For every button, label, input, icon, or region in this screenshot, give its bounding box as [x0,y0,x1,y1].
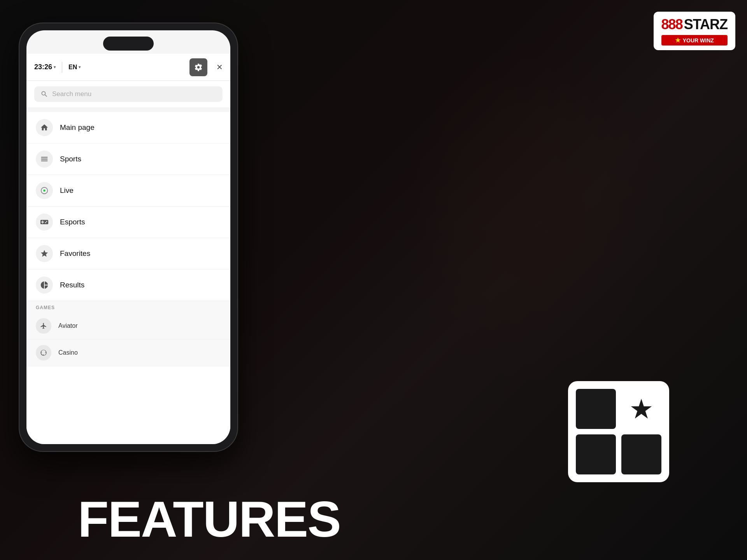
settings-button[interactable] [189,58,207,76]
menu-item-favorites[interactable]: Favorites [26,238,230,270]
menu-label-esports: Esports [60,218,85,226]
logo-brand-name: STARZ [684,16,728,33]
gear-icon [194,63,203,72]
menu-list: Main page Sports [26,112,230,444]
menu-label-live: Live [60,186,74,195]
logo-star-icon: ★ [675,37,680,44]
logo-top-row: 888 STARZ [661,16,728,33]
menu-item-live[interactable]: Live [26,175,230,206]
header-divider [62,62,62,73]
logo-number: 888 [661,16,682,33]
grid-cell-top-left [576,389,616,429]
home-icon [40,123,49,132]
live-icon-circle [36,182,53,199]
lang-chevron-icon: ▾ [79,65,81,69]
casino-ball-icon [40,349,47,356]
menu-item-sports[interactable]: Sports [26,144,230,175]
menu-item-casino[interactable]: Casino [26,340,230,366]
star-icon [40,249,49,258]
menu-label-results: Results [60,281,84,289]
time-chevron-icon[interactable]: ▾ [54,65,56,69]
star-icon-large: ★ [629,396,654,423]
grid-cell-bottom-left [576,434,616,474]
app-header: 23:26 ▾ EN ▾ × [26,54,230,81]
favorites-icon-circle [36,245,53,262]
svg-point-1 [43,189,46,192]
phone-mockup: 23:26 ▾ EN ▾ × [19,23,237,451]
phone-frame: 23:26 ▾ EN ▾ × [19,23,237,451]
header-language[interactable]: EN ▾ [68,64,81,71]
gamepad-icon [40,218,49,226]
menu-label-main-page: Main page [60,123,95,132]
games-section-label: GAMES [26,301,230,313]
home-icon-circle [36,119,53,136]
aviator-icon-circle [36,318,51,334]
sports-icon-circle [36,150,53,168]
menu-label-aviator: Aviator [58,322,78,329]
plane-icon [40,322,47,329]
dynamic-island [103,37,154,51]
search-bar: Search menu [26,81,230,107]
header-time: 23:26 ▾ [34,63,56,71]
feature-icon-widget: ★ [568,381,669,482]
casino-icon-circle [36,345,51,360]
menu-item-results[interactable]: Results [26,270,230,301]
phone-screen: 23:26 ▾ EN ▾ × [26,30,230,444]
logo-tagline-row: ★ YOUR WINZ [661,35,728,46]
grid-cell-bottom-right [621,434,661,474]
menu-item-esports[interactable]: Esports [26,206,230,238]
menu-label-casino: Casino [58,349,78,356]
pie-chart-icon [40,281,49,289]
grid-cell-top-right: ★ [621,389,661,429]
menu-lines-icon [40,155,49,163]
menu-item-aviator[interactable]: Aviator [26,313,230,340]
search-icon [40,90,48,98]
brand-logo: 888 STARZ ★ YOUR WINZ [654,12,735,50]
menu-label-favorites: Favorites [60,249,90,258]
search-input-wrapper[interactable]: Search menu [34,86,223,102]
logo-tagline: YOUR WINZ [683,37,714,44]
features-label: FEATURES [78,494,747,544]
search-input[interactable]: Search menu [52,90,91,98]
close-button[interactable]: × [217,61,223,73]
live-circle-icon [40,186,49,195]
results-icon-circle [36,276,53,294]
menu-item-main-page[interactable]: Main page [26,112,230,144]
esports-icon-circle [36,214,53,231]
menu-label-sports: Sports [60,155,81,163]
